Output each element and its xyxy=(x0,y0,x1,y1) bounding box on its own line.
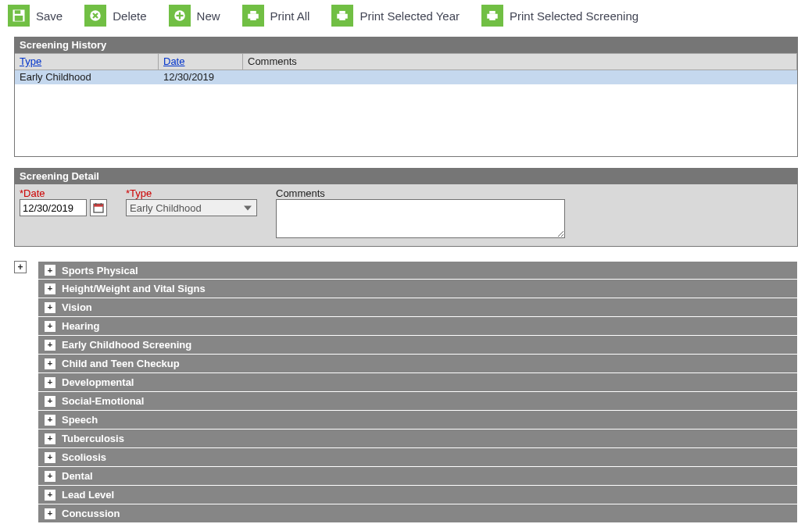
print-all-label: Print All xyxy=(270,9,310,23)
history-body[interactable]: Early Childhood 12/30/2019 xyxy=(15,70,797,156)
accordion-label: Scoliosis xyxy=(62,451,106,463)
expand-icon: + xyxy=(45,265,55,276)
accordion-item[interactable]: +Height/Weight and Vital Signs xyxy=(38,280,798,298)
accordion-label: Height/Weight and Vital Signs xyxy=(62,283,206,294)
accordion-label: Developmental xyxy=(62,376,134,388)
expand-icon: + xyxy=(45,283,55,294)
accordion-label: Dental xyxy=(62,470,93,482)
printer-icon xyxy=(331,5,353,27)
print-selected-year-button[interactable]: Print Selected Year xyxy=(331,5,460,27)
history-header-type[interactable]: Type xyxy=(15,54,159,70)
history-cell-type: Early Childhood xyxy=(15,70,159,84)
printer-icon xyxy=(481,5,503,27)
accordion-label: Lead Level xyxy=(62,489,114,501)
new-button[interactable]: New xyxy=(169,5,220,27)
screening-detail-section: Screening Detail *Date *Type Early Child… xyxy=(14,168,798,247)
save-button[interactable]: Save xyxy=(8,5,63,27)
print-screening-label: Print Selected Screening xyxy=(510,9,639,23)
expand-icon: + xyxy=(45,433,55,444)
accordion-label: Child and Teen Checkup xyxy=(62,358,180,369)
comments-field: Comments xyxy=(276,187,565,238)
new-label: New xyxy=(197,9,220,23)
type-select[interactable]: Early Childhood xyxy=(126,199,257,216)
delete-label: Delete xyxy=(113,9,146,23)
accordion-label: Early Childhood Screening xyxy=(62,339,191,351)
svg-rect-1 xyxy=(15,10,21,14)
accordion-item[interactable]: +Social-Emotional xyxy=(38,392,798,411)
accordion-item[interactable]: +Concussion xyxy=(38,504,798,523)
expand-icon: + xyxy=(45,302,55,313)
expand-icon: + xyxy=(45,396,55,407)
screening-detail-title: Screening Detail xyxy=(15,169,797,184)
toolbar: Save Delete New Print All Print Selected… xyxy=(0,0,812,34)
plus-circle-icon xyxy=(169,5,191,27)
detail-body: *Date *Type Early Childhood Commen xyxy=(15,184,797,246)
expand-icon: + xyxy=(45,321,55,332)
comments-textarea[interactable] xyxy=(276,199,565,238)
calendar-icon[interactable] xyxy=(90,199,107,216)
accordion-item[interactable]: +Dental xyxy=(38,467,798,486)
expand-icon: + xyxy=(45,377,55,388)
date-label: *Date xyxy=(20,187,107,199)
accordion-label: Concussion xyxy=(62,508,120,519)
expand-icon: + xyxy=(45,471,55,482)
expand-icon: + xyxy=(45,415,55,426)
accordion-item[interactable]: +Vision xyxy=(38,298,798,317)
expand-icon: + xyxy=(45,490,55,501)
svg-rect-17 xyxy=(489,17,495,20)
type-field: *Type Early Childhood xyxy=(126,187,257,216)
accordion-label: Tuberculosis xyxy=(62,433,124,444)
print-year-label: Print Selected Year xyxy=(359,9,460,23)
accordion-item[interactable]: +Lead Level xyxy=(38,486,798,504)
content-area: Screening History Type Date Comments Ear… xyxy=(0,37,812,524)
accordion-item[interactable]: +Scoliosis xyxy=(38,448,798,467)
type-select-value: Early Childhood xyxy=(130,202,202,214)
accordion-item[interactable]: +Hearing xyxy=(38,317,798,336)
accordion-list: +Sports Physical+Height/Weight and Vital… xyxy=(38,261,798,523)
history-row[interactable]: Early Childhood 12/30/2019 xyxy=(15,70,797,84)
history-header-comments[interactable]: Comments xyxy=(243,54,797,70)
save-label: Save xyxy=(36,9,63,23)
print-all-button[interactable]: Print All xyxy=(242,5,310,27)
print-selected-screening-button[interactable]: Print Selected Screening xyxy=(481,5,639,27)
expand-icon: + xyxy=(45,358,55,369)
delete-button[interactable]: Delete xyxy=(84,5,146,27)
screening-history-section: Screening History Type Date Comments Ear… xyxy=(14,37,798,157)
screenings-page: Save Delete New Print All Print Selected… xyxy=(0,0,812,524)
save-icon xyxy=(8,5,30,27)
accordion-item[interactable]: +Speech xyxy=(38,411,798,430)
accordion-label: Speech xyxy=(62,414,98,426)
type-label: *Type xyxy=(126,187,257,199)
accordion-area: + +Sports Physical+Height/Weight and Vit… xyxy=(14,261,798,523)
svg-rect-13 xyxy=(340,11,346,14)
expand-icon: + xyxy=(45,508,55,519)
history-cell-date: 12/30/2019 xyxy=(159,70,243,84)
history-header-row: Type Date Comments xyxy=(15,53,797,70)
date-row xyxy=(20,199,107,216)
accordion-item[interactable]: +Developmental xyxy=(38,373,798,392)
svg-rect-10 xyxy=(250,11,256,14)
accordion-label: Sports Physical xyxy=(62,265,138,276)
history-cell-comments xyxy=(243,70,797,84)
accordion-item[interactable]: +Sports Physical xyxy=(38,261,798,280)
accordion-left-gutter: + xyxy=(14,261,30,523)
accordion-label: Vision xyxy=(62,301,92,313)
history-header-date[interactable]: Date xyxy=(159,54,243,70)
printer-icon xyxy=(242,5,264,27)
svg-rect-19 xyxy=(94,204,103,206)
accordion-item[interactable]: +Child and Teen Checkup xyxy=(38,355,798,373)
svg-rect-14 xyxy=(340,17,346,20)
date-input[interactable] xyxy=(20,199,87,216)
svg-rect-16 xyxy=(489,11,495,14)
expand-icon: + xyxy=(45,340,55,351)
expand-all-button[interactable]: + xyxy=(14,261,27,273)
accordion-item[interactable]: +Early Childhood Screening xyxy=(38,336,798,355)
svg-rect-11 xyxy=(250,17,256,20)
comments-label: Comments xyxy=(276,187,565,199)
accordion-item[interactable]: +Tuberculosis xyxy=(38,430,798,448)
screening-history-title: Screening History xyxy=(15,37,797,53)
delete-icon xyxy=(84,5,106,27)
date-field: *Date xyxy=(20,187,107,216)
svg-rect-2 xyxy=(15,16,23,21)
accordion-label: Social-Emotional xyxy=(62,395,144,407)
